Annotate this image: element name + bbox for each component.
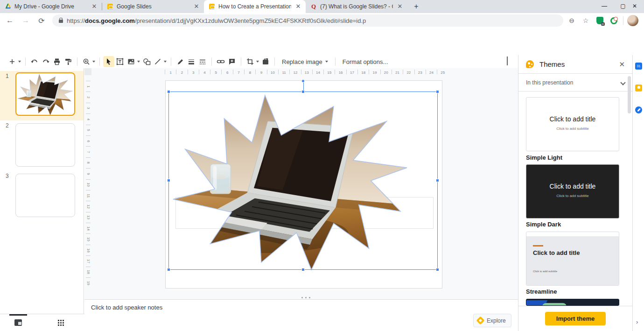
format-options-button[interactable]: Format options... — [339, 58, 392, 65]
extension-icon-2[interactable] — [608, 15, 619, 26]
in-this-presentation-section[interactable]: In this presentation — [518, 74, 632, 92]
resize-handle-e[interactable] — [436, 179, 439, 182]
tab-close-icon[interactable]: ✕ — [396, 3, 404, 10]
tab-close-icon[interactable]: ✕ — [193, 3, 200, 10]
new-slide-button[interactable] — [7, 56, 18, 67]
divider — [623, 16, 623, 25]
minimize-button[interactable]: — — [595, 0, 614, 13]
themes-footer: Import theme — [518, 306, 632, 331]
active-view-indicator — [9, 314, 27, 316]
tab-google-slides[interactable]: Google Slides ✕ — [102, 0, 204, 13]
chevron-down-icon[interactable] — [620, 80, 625, 85]
browser-address-bar: ← → ⟳ https://docs.google.com/presentati… — [0, 13, 644, 28]
bookmark-star-icon[interactable]: ☆ — [580, 15, 591, 26]
streamline-accent — [533, 245, 543, 246]
resize-handle-nw[interactable] — [167, 90, 170, 93]
url-omnibox[interactable]: https://docs.google.com/presentation/d/1… — [52, 14, 563, 27]
undo-button[interactable] — [29, 56, 40, 67]
slide-thumbnail-row-3[interactable]: 3 — [0, 171, 84, 221]
line-tool-button[interactable] — [152, 56, 163, 67]
slide-3-thumbnail[interactable] — [15, 174, 75, 217]
extension-icon-1[interactable] — [594, 15, 605, 26]
google-side-panel: 31 › — [632, 55, 644, 331]
redo-button[interactable] — [40, 56, 51, 67]
theme-partial-card[interactable] — [526, 299, 619, 306]
notes-resize-handle[interactable] — [301, 296, 312, 298]
toolbar: Replace image Format options... — [0, 55, 518, 68]
slide-number: 1 — [6, 73, 9, 79]
back-button[interactable]: ← — [4, 14, 16, 27]
insert-image-button[interactable] — [126, 56, 137, 67]
text-box-button[interactable] — [114, 56, 126, 67]
tab-current-presentation[interactable]: How to Create a Presentation on ✕ — [204, 0, 306, 13]
border-dash-icon[interactable] — [197, 56, 208, 67]
close-button[interactable]: ✕ — [632, 0, 644, 13]
resize-handle-ne[interactable] — [436, 90, 439, 93]
replace-image-button[interactable]: Replace image — [278, 58, 332, 65]
slide-canvas[interactable] — [165, 80, 442, 289]
drive-icon — [5, 3, 11, 10]
resize-handle-w[interactable] — [167, 179, 170, 182]
themes-panel: Themes ✕ In this presentation Click to a… — [518, 55, 632, 331]
theme-streamline[interactable]: Click to add title Click to add subtitle — [526, 232, 619, 286]
close-themes-icon[interactable]: ✕ — [619, 60, 625, 69]
tab-quora[interactable]: Q (7) What is Google Slides? - Quor ✕ — [306, 0, 407, 13]
filmstrip-view-icon[interactable] — [14, 319, 22, 326]
keep-icon[interactable] — [635, 85, 642, 92]
maximize-button[interactable]: ▢ — [614, 0, 632, 13]
theme-label: Simple Dark — [526, 221, 561, 228]
mask-image-button[interactable] — [260, 56, 271, 67]
new-slide-caret[interactable] — [18, 61, 21, 63]
zoom-caret[interactable] — [92, 61, 95, 63]
tab-close-icon[interactable]: ✕ — [294, 3, 302, 10]
hide-side-panel-icon[interactable]: › — [636, 318, 638, 325]
new-tab-button[interactable]: + — [410, 0, 422, 13]
horizontal-ruler: 1234567891011121314151617181920212223242… — [91, 68, 518, 75]
tab-my-drive[interactable]: My Drive - Google Drive ✕ — [0, 0, 102, 13]
secure-lock-icon[interactable] — [59, 20, 63, 23]
forward-button[interactable]: → — [20, 14, 32, 27]
rotation-handle[interactable] — [301, 79, 305, 83]
paint-format-button[interactable] — [63, 56, 74, 67]
insert-image-caret[interactable] — [137, 61, 140, 63]
starburst-laptop-image[interactable] — [172, 94, 409, 271]
reload-button[interactable]: ⟳ — [35, 14, 48, 27]
bottom-strip: Explore — [84, 314, 518, 331]
add-comment-button[interactable] — [226, 56, 238, 67]
theme-label: Simple Light — [526, 154, 562, 161]
zoom-button[interactable] — [81, 56, 92, 67]
border-color-pencil-icon[interactable] — [175, 56, 186, 67]
themes-scrollbar[interactable] — [628, 76, 631, 113]
resize-handle-sw[interactable] — [167, 268, 170, 271]
speaker-notes[interactable]: Click to add speaker notes — [84, 299, 518, 314]
hide-menus-button[interactable] — [507, 57, 515, 66]
print-button[interactable] — [51, 56, 63, 67]
theme-simple-light[interactable]: Click to add title Click to add subtitle — [526, 97, 619, 151]
browser-profile-avatar[interactable] — [627, 15, 638, 26]
import-theme-button[interactable]: Import theme — [545, 312, 606, 325]
slide-thumbnail-row-1[interactable]: 1 — [0, 71, 84, 120]
resize-handle-se[interactable] — [436, 268, 439, 271]
crop-caret[interactable] — [256, 61, 259, 63]
border-weight-icon[interactable] — [186, 56, 197, 67]
select-tool-button[interactable] — [103, 56, 114, 67]
line-tool-caret[interactable] — [164, 61, 167, 63]
calendar-icon[interactable]: 31 — [635, 63, 642, 70]
slide-1-thumbnail[interactable] — [15, 72, 75, 116]
insert-link-button[interactable] — [215, 56, 226, 67]
editor-canvas-area: 1234567891011121314151617181920212223242… — [84, 68, 518, 331]
tasks-icon[interactable] — [635, 106, 642, 113]
grid-view-icon[interactable] — [57, 319, 64, 326]
theme-simple-dark[interactable]: Click to add title Click to add subtitle — [526, 164, 619, 218]
shape-button[interactable] — [141, 56, 152, 67]
slide-thumbnail-row-2[interactable]: 2 — [0, 120, 84, 171]
themes-title: Themes — [539, 60, 565, 68]
tab-close-icon[interactable]: ✕ — [91, 3, 98, 10]
slides-icon — [107, 3, 113, 10]
zoom-page-icon[interactable]: ⊖ — [566, 15, 577, 26]
resize-handle-n[interactable] — [301, 90, 305, 93]
crop-image-button[interactable] — [245, 56, 256, 67]
slide-2-thumbnail[interactable] — [15, 123, 75, 167]
work-area[interactable] — [91, 75, 518, 299]
explore-button[interactable]: Explore — [473, 314, 511, 327]
